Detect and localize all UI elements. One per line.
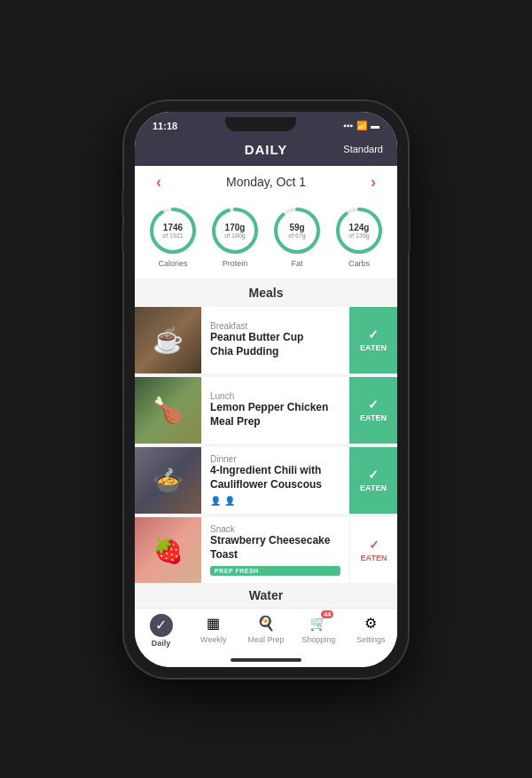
status-time: 11:18 <box>153 121 177 131</box>
macro-label-protein: Protein <box>223 259 248 268</box>
meal-emoji-dinner: 🍲 <box>153 466 184 495</box>
meal-emoji-snack: 🍓 <box>153 536 184 565</box>
meal-image-bg-lunch: 🍗 <box>135 377 201 444</box>
macro-circle-fat: 59g of 67g <box>272 206 322 255</box>
eaten-check-snack: ✓ <box>369 538 379 552</box>
scroll-content[interactable]: ☕ Breakfast Peanut Butter CupChia Puddin… <box>135 303 397 583</box>
macro-value-carbs: 124g <box>348 222 369 232</box>
meal-eaten-badge-snack[interactable]: ✓ EATEN <box>349 517 397 583</box>
tab-icon-meal prep: 🍳 <box>256 614 276 633</box>
meal-user-icons: 👤 👤 <box>210 496 340 506</box>
tab-icon-settings: ⚙ <box>361 614 380 633</box>
macro-label-fat: Fat <box>291 259 302 268</box>
tab-settings[interactable]: ⚙ Settings <box>351 614 390 648</box>
meals-section-header: Meals <box>135 279 397 303</box>
meal-image-breakfast: ☕ <box>135 307 201 373</box>
meal-image-bg-snack: 🍓 <box>135 517 201 583</box>
home-indicator <box>135 655 397 667</box>
eaten-check-lunch: ✓ <box>368 397 379 412</box>
macro-of-carbs: of 139g <box>348 232 369 239</box>
tab-meal-prep[interactable]: 🍳 Meal Prep <box>246 614 286 648</box>
tab-icon-weekly: ▦ <box>204 614 223 633</box>
macro-label-calories: Calories <box>158 259 187 268</box>
tab-icon-daily: ✓ <box>150 614 173 637</box>
meal-card-dinner[interactable]: 🍲 Dinner 4-Ingredient Chili withCauliflo… <box>135 447 397 514</box>
meal-image-snack: 🍓 <box>135 517 201 583</box>
status-icons: ▪▪▪ 📶 ▬ <box>343 121 379 130</box>
eaten-label-lunch: EATEN <box>360 413 387 422</box>
macro-value-calories: 1746 <box>162 222 183 232</box>
meal-eaten-badge-lunch[interactable]: ✓ EATEN <box>349 377 397 444</box>
meal-image-lunch: 🍗 <box>135 377 201 444</box>
meal-name-lunch: Lemon Pepper ChickenMeal Prep <box>210 401 340 428</box>
meals-title: Meals <box>149 286 383 300</box>
wifi-icon: 📶 <box>356 121 367 130</box>
eaten-check-breakfast: ✓ <box>368 327 379 342</box>
signal-icon: ▪▪▪ <box>343 121 353 130</box>
user-icon-2: 👤 <box>224 496 235 506</box>
meal-name-breakfast: Peanut Butter CupChia Pudding <box>210 331 340 358</box>
meal-info-breakfast: Breakfast Peanut Butter CupChia Pudding <box>201 307 349 373</box>
macro-of-fat: of 67g <box>288 232 305 239</box>
prev-date-button[interactable]: ‹ <box>149 173 168 192</box>
macros-row: 1746 of 1921 Calories 170g of 180g Prote… <box>135 199 397 279</box>
header-title: DAILY <box>193 142 339 157</box>
user-icon-1: 👤 <box>210 496 221 506</box>
meal-type-lunch: Lunch <box>210 391 340 401</box>
eaten-label-snack: EATEN <box>361 554 387 562</box>
tab-badge-shopping: 44 <box>321 610 333 618</box>
eaten-label-breakfast: EATEN <box>360 343 387 352</box>
meal-card-lunch[interactable]: 🍗 Lunch Lemon Pepper ChickenMeal Prep ✓ … <box>135 377 397 444</box>
meal-type-breakfast: Breakfast <box>210 321 340 331</box>
tab-icon-symbol-settings: ⚙ <box>364 615 377 632</box>
tab-label-daily: Daily <box>152 639 171 648</box>
notch <box>225 117 296 131</box>
battery-icon: ▬ <box>371 121 379 130</box>
macro-of-calories: of 1921 <box>162 232 183 239</box>
meal-card-snack[interactable]: 🍓 Snack Strawberry Cheesecake Toast PREP… <box>135 517 397 583</box>
date-navigation: ‹ Monday, Oct 1 › <box>135 166 397 199</box>
macro-circle-protein: 170g of 180g <box>210 206 260 255</box>
macro-value-protein: 170g <box>224 222 245 232</box>
meal-info-dinner: Dinner 4-Ingredient Chili withCauliflowe… <box>201 447 349 514</box>
home-bar <box>231 658 301 662</box>
next-date-button[interactable]: › <box>364 173 383 192</box>
meal-emoji-breakfast: ☕ <box>153 326 184 355</box>
macro-of-protein: of 180g <box>224 232 245 239</box>
meal-type-snack: Snack <box>210 524 340 534</box>
header-mode[interactable]: Standard <box>339 144 383 154</box>
meal-eaten-badge-breakfast[interactable]: ✓ EATEN <box>349 307 397 373</box>
meal-emoji-lunch: 🍗 <box>153 396 184 425</box>
macro-circle-calories: 1746 of 1921 <box>148 206 198 255</box>
tab-label-settings: Settings <box>356 635 386 644</box>
tab-bar: ✓ Daily ▦ Weekly 🍳 Meal Prep 🛒 44 Shoppi… <box>135 608 397 655</box>
meal-info-snack: Snack Strawberry Cheesecake Toast PREP F… <box>201 517 349 583</box>
tab-label-shopping: Shopping <box>301 635 335 644</box>
macro-label-carbs: Carbs <box>348 259 370 268</box>
volume-button-2 <box>121 225 124 252</box>
tab-shopping[interactable]: 🛒 44 Shopping <box>299 614 338 648</box>
meal-card-breakfast[interactable]: ☕ Breakfast Peanut Butter CupChia Puddin… <box>135 307 397 373</box>
status-bar: 11:18 ▪▪▪ 📶 ▬ <box>135 112 397 137</box>
current-date: Monday, Oct 1 <box>226 175 306 189</box>
meal-info-lunch: Lunch Lemon Pepper ChickenMeal Prep <box>201 377 349 444</box>
phone-screen: 11:18 ▪▪▪ 📶 ▬ DAILY Standard ‹ Monday, O… <box>135 112 397 667</box>
water-section: Water <box>135 583 397 608</box>
tab-weekly[interactable]: ▦ Weekly <box>194 614 233 648</box>
tab-daily[interactable]: ✓ Daily <box>142 614 181 648</box>
macro-circle-carbs: 124g of 139g <box>334 206 384 255</box>
phone-frame: 11:18 ▪▪▪ 📶 ▬ DAILY Standard ‹ Monday, O… <box>124 101 408 678</box>
app-header: DAILY Standard <box>135 137 397 166</box>
meal-name-snack: Strawberry Cheesecake Toast <box>210 534 340 562</box>
power-button <box>408 208 411 252</box>
meal-eaten-badge-dinner[interactable]: ✓ EATEN <box>349 447 397 514</box>
macro-item-carbs: 124g of 139g Carbs <box>334 206 384 268</box>
water-title: Water <box>149 588 383 602</box>
macro-item-protein: 170g of 180g Protein <box>210 206 260 268</box>
meal-image-bg-dinner: 🍲 <box>135 447 201 514</box>
eaten-check-dinner: ✓ <box>368 468 379 482</box>
tab-icon-symbol-meal prep: 🍳 <box>257 615 275 632</box>
macro-value-fat: 59g <box>288 222 305 232</box>
prep-fresh-badge: PREP FRESH <box>210 566 340 576</box>
tab-label-meal prep: Meal Prep <box>247 635 284 644</box>
